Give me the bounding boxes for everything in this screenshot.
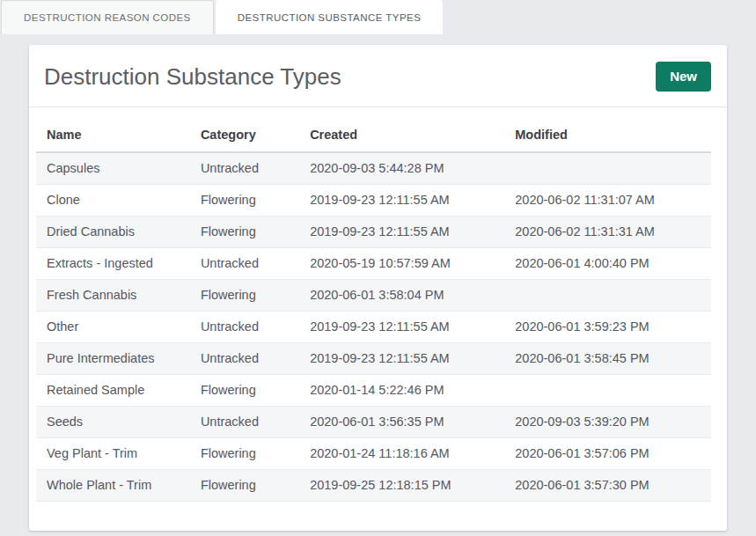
table-cell: 2020-05-19 10:57:59 AM bbox=[299, 247, 504, 279]
tab-destruction-substance-types[interactable]: DESTRUCTION SUBSTANCE TYPES bbox=[216, 0, 444, 34]
column-header-created[interactable]: Created bbox=[299, 119, 504, 152]
table-row[interactable]: Whole Plant - TrimFlowering2019-09-25 12… bbox=[36, 469, 711, 501]
table-cell: 2020-06-01 3:59:23 PM bbox=[504, 311, 711, 342]
table-header-row: NameCategoryCreatedModified bbox=[36, 119, 711, 152]
table-cell bbox=[504, 152, 711, 184]
table-body: CapsulesUntracked2020-09-03 5:44:28 PMCl… bbox=[36, 152, 711, 501]
table-row[interactable]: CloneFlowering2019-09-23 12:11:55 AM2020… bbox=[36, 184, 711, 216]
table-cell: 2020-06-01 3:57:30 PM bbox=[504, 469, 711, 501]
table-wrapper: NameCategoryCreatedModified CapsulesUntr… bbox=[29, 107, 727, 502]
table-cell: Whole Plant - Trim bbox=[36, 469, 190, 501]
table-cell: Flowering bbox=[190, 469, 299, 501]
table-cell: 2020-01-24 11:18:16 AM bbox=[299, 437, 504, 469]
table-cell bbox=[504, 374, 711, 406]
table-cell: 2020-06-02 11:31:31 AM bbox=[504, 216, 711, 247]
table-cell: 2020-01-14 5:22:46 PM bbox=[299, 374, 504, 406]
table-cell: Flowering bbox=[190, 374, 299, 406]
table-row[interactable]: Dried CannabisFlowering2019-09-23 12:11:… bbox=[36, 216, 711, 247]
table-cell: Seeds bbox=[36, 406, 190, 437]
table-cell: 2019-09-23 12:11:55 AM bbox=[299, 216, 504, 247]
page-title: Destruction Substance Types bbox=[44, 63, 341, 91]
column-header-name[interactable]: Name bbox=[36, 119, 190, 152]
table-cell: 2020-06-01 3:57:06 PM bbox=[504, 437, 711, 469]
table-cell: Veg Plant - Trim bbox=[36, 437, 190, 469]
table-cell: Dried Cannabis bbox=[36, 216, 190, 247]
table-cell: 2020-06-01 3:58:04 PM bbox=[299, 279, 504, 311]
table-row[interactable]: Retained SampleFlowering2020-01-14 5:22:… bbox=[36, 374, 711, 406]
content-card: Destruction Substance Types New NameCate… bbox=[29, 45, 727, 531]
table-cell: 2020-09-03 5:39:20 PM bbox=[504, 406, 711, 437]
table-cell: Capsules bbox=[36, 152, 190, 184]
table-cell: Untracked bbox=[190, 406, 299, 437]
table-row[interactable]: SeedsUntracked2020-06-01 3:56:35 PM2020-… bbox=[36, 406, 711, 437]
table-row[interactable]: OtherUntracked2019-09-23 12:11:55 AM2020… bbox=[36, 311, 711, 342]
table-cell: Flowering bbox=[190, 184, 299, 216]
table-cell: Pure Intermediates bbox=[36, 342, 190, 374]
table-cell bbox=[504, 279, 711, 311]
table-cell: 2019-09-23 12:11:55 AM bbox=[299, 311, 504, 342]
table-cell: 2020-06-01 4:00:40 PM bbox=[504, 247, 711, 279]
card-header: Destruction Substance Types New bbox=[29, 45, 727, 107]
table-row[interactable]: Veg Plant - TrimFlowering2020-01-24 11:1… bbox=[36, 437, 711, 469]
table-cell: 2020-09-03 5:44:28 PM bbox=[299, 152, 504, 184]
table-cell: Untracked bbox=[190, 247, 299, 279]
table-cell: Flowering bbox=[190, 216, 299, 247]
table-cell: Flowering bbox=[190, 437, 299, 469]
table-row[interactable]: Fresh CannabisFlowering2020-06-01 3:58:0… bbox=[36, 279, 711, 311]
table-cell: 2020-06-02 11:31:07 AM bbox=[504, 184, 711, 216]
table-header: NameCategoryCreatedModified bbox=[36, 119, 711, 152]
table-cell: Other bbox=[36, 311, 190, 342]
substance-types-table: NameCategoryCreatedModified CapsulesUntr… bbox=[36, 119, 711, 502]
table-cell: Untracked bbox=[190, 152, 299, 184]
table-cell: 2019-09-23 12:11:55 AM bbox=[299, 184, 504, 216]
column-header-modified[interactable]: Modified bbox=[504, 119, 711, 152]
table-cell: Fresh Cannabis bbox=[36, 279, 190, 311]
table-row[interactable]: CapsulesUntracked2020-09-03 5:44:28 PM bbox=[36, 152, 711, 184]
table-cell: 2019-09-25 12:18:15 PM bbox=[299, 469, 504, 501]
table-cell: Clone bbox=[36, 184, 190, 216]
table-cell: 2020-06-01 3:56:35 PM bbox=[299, 406, 504, 437]
table-cell: Retained Sample bbox=[36, 374, 190, 406]
table-cell: 2019-09-23 12:11:55 AM bbox=[299, 342, 504, 374]
tab-bar: DESTRUCTION REASON CODES DESTRUCTION SUB… bbox=[0, 0, 756, 34]
new-button[interactable]: New bbox=[656, 62, 711, 92]
table-row[interactable]: Pure IntermediatesUntracked2019-09-23 12… bbox=[36, 342, 711, 374]
column-header-category[interactable]: Category bbox=[190, 119, 299, 152]
table-cell: Extracts - Ingested bbox=[36, 247, 190, 279]
tab-destruction-reason-codes[interactable]: DESTRUCTION REASON CODES bbox=[1, 0, 214, 34]
table-cell: Flowering bbox=[190, 279, 299, 311]
table-cell: 2020-06-01 3:58:45 PM bbox=[504, 342, 711, 374]
table-row[interactable]: Extracts - IngestedUntracked2020-05-19 1… bbox=[36, 247, 711, 279]
table-cell: Untracked bbox=[190, 342, 299, 374]
table-cell: Untracked bbox=[190, 311, 299, 342]
